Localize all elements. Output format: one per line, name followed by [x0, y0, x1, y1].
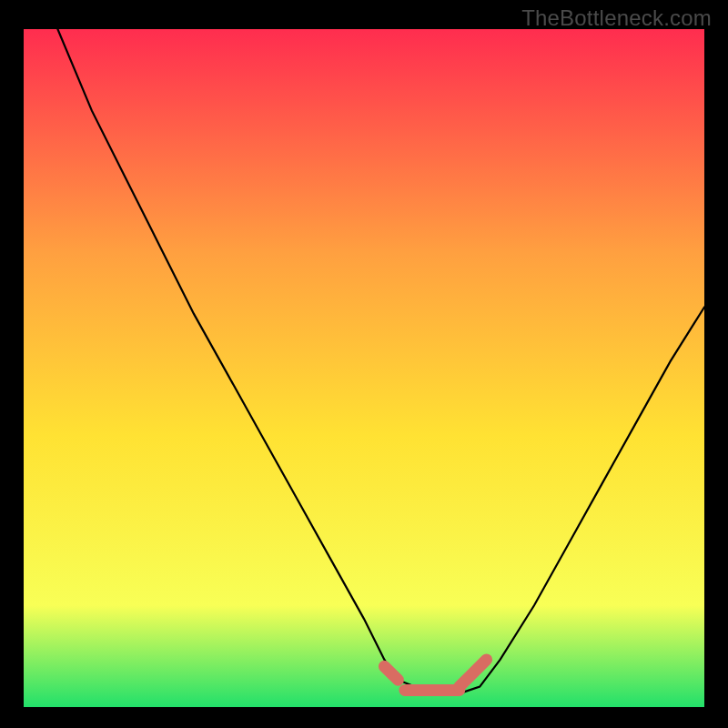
chart-svg [24, 29, 704, 707]
chart-area [24, 29, 704, 707]
watermark-text: TheBottleneck.com [521, 5, 712, 31]
gradient-background [24, 29, 704, 707]
